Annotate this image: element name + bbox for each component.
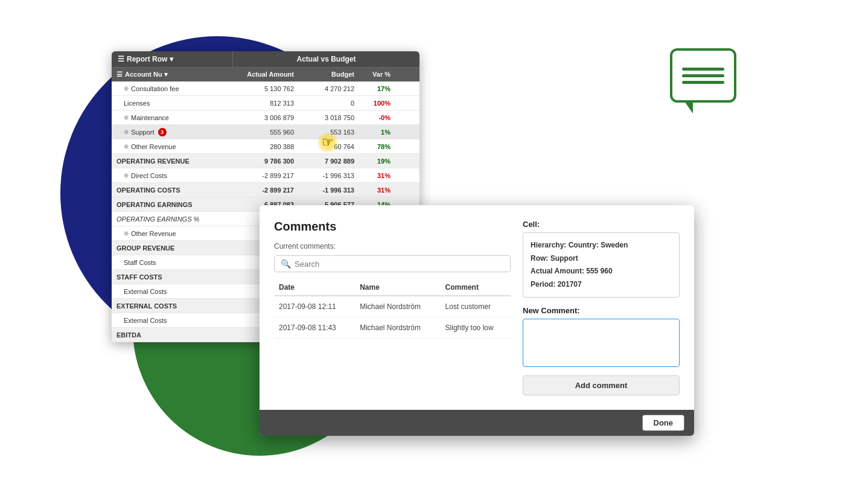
expand-icon[interactable]: ⊕ — [124, 85, 129, 92]
comment-badge: 3 — [158, 128, 167, 136]
table-row[interactable]: ⊕Support3555 960553 1631% — [112, 125, 419, 139]
table-row[interactable]: ⊕Other Revenue280 38860 76478% — [112, 139, 419, 154]
comment-text: Lost customer — [441, 296, 511, 317]
budget-cell: -1 996 313 — [299, 184, 359, 196]
search-icon: 🔍 — [281, 259, 291, 269]
account-cell: ⊕Other Revenue — [112, 228, 232, 240]
actual-cell: -2 899 217 — [232, 184, 299, 196]
account-cell: OPERATING REVENUE — [112, 155, 232, 167]
expand-icon[interactable]: ⊕ — [124, 114, 129, 121]
comment-text: Slightly too low — [441, 317, 511, 339]
expand-icon[interactable]: ⊕ — [124, 129, 129, 135]
table-row[interactable]: OPERATING COSTS-2 899 217-1 996 31331% — [112, 183, 419, 197]
name-col-header: Name — [355, 279, 440, 296]
account-name: Support — [131, 129, 155, 136]
cell-row: Row: Support — [531, 252, 672, 266]
report-row-selector[interactable]: ☰ Report Row ▾ — [112, 51, 232, 67]
budget-cell: 3 018 750 — [299, 112, 359, 124]
account-name: Direct Costs — [131, 172, 167, 179]
table-row[interactable]: OPERATING REVENUE9 786 3007 902 88919% — [112, 154, 419, 168]
dialog-footer: Done — [260, 410, 694, 436]
account-cell: ⊕Maintenance — [112, 112, 232, 124]
account-name: Staff Costs — [124, 259, 156, 266]
cell-actual-amount: Actual Amount: 555 960 — [531, 265, 672, 278]
column-headers: ☰ Account Nu ▾ Actual Amount Budget Var … — [112, 67, 419, 81]
account-name: EBITDA — [116, 331, 141, 339]
expand-icon[interactable]: ⊕ — [124, 230, 129, 237]
cell-hierarchy: Hierarchy: Country: Sweden — [531, 239, 672, 252]
account-name: STAFF COSTS — [116, 273, 162, 281]
account-name: OPERATING COSTS — [116, 187, 180, 194]
account-cell: GROUP REVENUE — [112, 242, 232, 254]
account-cell: OPERATING EARNINGS % — [112, 213, 232, 225]
account-cell: STAFF COSTS — [112, 271, 232, 283]
comment-row: 2017-09-08 12:11Michael NordströmLost cu… — [274, 296, 511, 317]
var-cell: 31% — [359, 184, 395, 196]
actual-vs-budget-header: Actual vs Budget — [232, 51, 419, 67]
actual-cell: 9 786 300 — [232, 155, 299, 167]
report-row-icon: ☰ — [118, 55, 124, 63]
account-col-header[interactable]: ☰ Account Nu ▾ — [112, 68, 232, 81]
comment-row: 2017-09-08 11:43Michael NordströmSlightl… — [274, 317, 511, 339]
account-name: OPERATING REVENUE — [116, 158, 190, 165]
comments-table-body: 2017-09-08 12:11Michael NordströmLost cu… — [274, 296, 511, 339]
account-name: OPERATING EARNINGS — [116, 201, 193, 208]
new-comment-textarea[interactable] — [523, 319, 680, 367]
add-comment-button[interactable]: Add comment — [523, 375, 680, 395]
chat-icon-container — [670, 48, 736, 103]
date-col-header: Date — [274, 279, 355, 296]
comments-table-head: Date Name Comment — [274, 279, 511, 296]
var-cell: 19% — [359, 155, 395, 167]
budget-cell: 7 902 889 — [299, 155, 359, 167]
cell-info-box: Hierarchy: Country: Sweden Row: Support … — [523, 232, 680, 298]
account-col-icon: ☰ — [116, 71, 123, 78]
account-cell: ⊕Other Revenue — [112, 141, 232, 153]
account-name: Licenses — [124, 100, 150, 107]
expand-icon[interactable]: ⊕ — [124, 172, 129, 179]
chat-line-3 — [682, 81, 724, 84]
actual-cell: -2 899 217 — [232, 170, 299, 182]
new-comment-label: New Comment: — [523, 306, 680, 315]
budget-col-header: Budget — [299, 68, 359, 81]
comment-date: 2017-09-08 11:43 — [274, 317, 355, 339]
account-cell: External Costs — [112, 285, 232, 298]
table-row[interactable]: Licenses812 3130100% — [112, 96, 419, 110]
account-cell: External Costs — [112, 314, 232, 327]
var-cell: 1% — [359, 126, 395, 138]
account-cell: ⊕Direct Costs — [112, 170, 232, 182]
table-row[interactable]: ⊕Direct Costs-2 899 217-1 996 31331% — [112, 168, 419, 183]
actual-cell: 5 130 762 — [232, 83, 299, 95]
account-name: Maintenance — [131, 114, 169, 121]
actual-cell: 3 006 879 — [232, 112, 299, 124]
expand-icon[interactable]: ⊕ — [124, 143, 129, 150]
done-button[interactable]: Done — [642, 415, 685, 431]
dialog-title: Comments — [274, 220, 511, 234]
search-box[interactable]: 🔍 — [274, 255, 511, 272]
account-cell: OPERATING EARNINGS — [112, 199, 232, 211]
table-row[interactable]: ⊕Consultation fee5 130 7624 270 21217% — [112, 81, 419, 96]
var-pct-col-header: Var % — [359, 68, 395, 81]
actual-cell: 812 313 — [232, 97, 299, 109]
var-cell: 17% — [359, 83, 395, 95]
account-name: Consultation fee — [131, 85, 179, 92]
search-input[interactable] — [295, 260, 504, 269]
budget-cell: 0 — [299, 97, 359, 109]
budget-cell: -1 996 313 — [299, 170, 359, 182]
account-cell: Licenses — [112, 97, 232, 109]
report-row-label[interactable]: Report Row ▾ — [127, 55, 173, 63]
actual-cell: 280 388 — [232, 141, 299, 153]
budget-cell: 4 270 212 — [299, 83, 359, 95]
account-cell: ⊕Consultation fee — [112, 83, 232, 95]
comments-table: Date Name Comment 2017-09-08 12:11Michae… — [274, 279, 511, 339]
chat-line-1 — [682, 68, 724, 71]
cell-period: Period: 201707 — [531, 278, 672, 292]
account-name: External Costs — [124, 288, 167, 295]
account-cell: EBITDA — [112, 329, 232, 341]
table-row[interactable]: ⊕Maintenance3 006 8793 018 750-0% — [112, 110, 419, 125]
comments-dialog: Comments Current comments: 🔍 Date Name C… — [260, 205, 694, 436]
account-name: Other Revenue — [131, 230, 176, 237]
account-name: External Costs — [124, 317, 167, 324]
account-name: OPERATING EARNINGS % — [116, 215, 199, 223]
var-cell: 31% — [359, 170, 395, 182]
dialog-left: Comments Current comments: 🔍 Date Name C… — [274, 220, 511, 395]
